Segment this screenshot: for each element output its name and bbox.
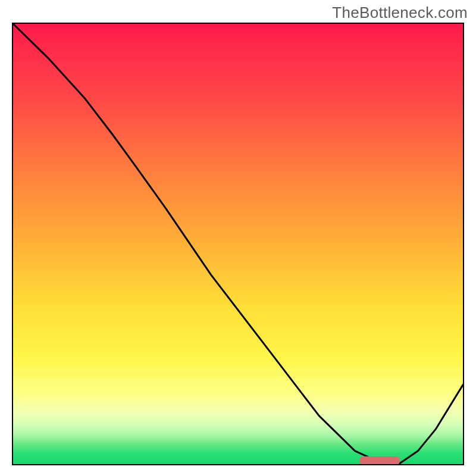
bottleneck-curve	[13, 24, 463, 464]
chart-overlay	[13, 24, 463, 464]
optimal-marker	[359, 456, 400, 464]
plot-area	[12, 23, 464, 465]
chart-container: TheBottleneck.com	[0, 0, 476, 476]
watermark-text: TheBottleneck.com	[332, 4, 468, 22]
